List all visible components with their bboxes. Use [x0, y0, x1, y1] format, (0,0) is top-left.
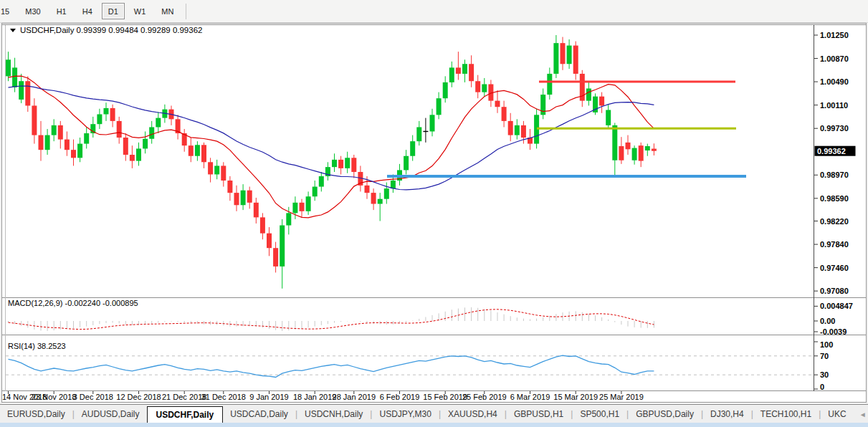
date-tick-label: 21 Dec 2018 — [162, 393, 206, 401]
rsi-label: RSI(14) 38.2523 — [8, 342, 66, 350]
price-tick-label: 0.99730 — [820, 124, 849, 133]
tab-usdchf-daily[interactable]: USDCHF,Daily — [147, 406, 224, 424]
macd-scale-label: -0.0039 — [820, 327, 846, 336]
rsi-scale-label: 0 — [820, 383, 824, 391]
date-tick-label: 6 Mar 2019 — [510, 393, 550, 401]
date-tick-label: 9 Jan 2019 — [249, 393, 288, 401]
tab-audusd-daily[interactable]: AUDUSD,Daily — [75, 407, 147, 421]
tab-sp500-h1[interactable]: SP500,H1 — [573, 407, 626, 421]
current-price-text: 0.99362 — [817, 147, 846, 155]
date-tick-label: 6 Feb 2019 — [380, 393, 420, 401]
date-tick-label: 15 Feb 2019 — [423, 393, 467, 401]
tab-dj30-h4[interactable]: DJ30,H4 — [703, 407, 751, 421]
tab-usdcnh-daily[interactable]: USDCNH,Daily — [297, 407, 370, 421]
price-tick-label: 0.97840 — [820, 240, 849, 249]
tab-ukc[interactable]: UKC — [821, 407, 853, 421]
macd-label: MACD(12,26,9) -0.002240 -0.000895 — [8, 299, 138, 307]
timeframe-button-W1[interactable]: W1 — [128, 3, 153, 19]
timeframe-button-H1[interactable]: H1 — [50, 3, 73, 19]
tab-eurusd-daily[interactable]: EURUSD,Daily — [0, 407, 72, 421]
price-tick-label: 0.98970 — [820, 171, 849, 179]
timeframe-button-MN[interactable]: MN — [155, 3, 180, 19]
toolbar-separator — [186, 4, 186, 19]
tab-scroll-left-icon[interactable]: ◄ — [859, 411, 867, 418]
tab-gbpusd-h1[interactable]: GBPUSD,H1 — [507, 407, 571, 421]
date-axis[interactable]: 14 Nov 201823 Nov 20183 Dec 201812 Dec 2… — [2, 391, 644, 401]
timeframe-button-H4[interactable]: H4 — [76, 3, 99, 19]
rsi-scale-label: 70 — [820, 352, 829, 360]
date-tick-label: 25 Feb 2019 — [462, 393, 507, 401]
price-tick-label: 0.97080 — [820, 287, 849, 295]
chart-background — [2, 24, 866, 402]
rsi-scale-label: 30 — [820, 370, 829, 379]
price-tick-label: 1.01250 — [820, 31, 849, 39]
date-tick-label: 28 Jan 2019 — [333, 393, 376, 401]
tab-tech100-h1[interactable]: TECH100,H1 — [753, 407, 819, 421]
timeframe-button-15[interactable]: 15 — [0, 3, 16, 19]
date-tick-label: 12 Dec 2018 — [116, 393, 161, 401]
price-tick-label: 1.00490 — [820, 77, 849, 86]
macd-scale-label: 0.004847 — [820, 302, 853, 310]
chart-tabbar: EURUSD,Daily|AUDUSD,DailyUSDCHF,DailyUSD… — [0, 404, 868, 423]
rsi-scale-label: 100 — [820, 340, 833, 349]
tab-gbpusd-daily[interactable]: GBPUSD,Daily — [629, 407, 701, 421]
timeframe-button-M30[interactable]: M30 — [19, 3, 47, 19]
price-tick-label: 1.00870 — [820, 54, 849, 63]
macd-scale-label: 0.00 — [820, 317, 835, 325]
date-tick-label: 18 Jan 2019 — [293, 393, 337, 401]
tab-usdcad-daily[interactable]: USDCAD,Daily — [223, 407, 295, 421]
tab-usdjpy-m30[interactable]: USDJPY,M30 — [372, 407, 438, 421]
price-tick-label: 1.00110 — [820, 101, 848, 110]
date-tick-label: 31 Dec 2018 — [201, 393, 246, 401]
date-tick-label: 15 Mar 2019 — [553, 393, 598, 401]
symbol-ohlc-header: USDCHF,Daily 0.99399 0.99484 0.99289 0.9… — [20, 26, 202, 34]
chart-canvas[interactable]: 1.012501.008701.004901.001100.997300.989… — [0, 22, 868, 404]
timeframe-button-D1[interactable]: D1 — [102, 3, 125, 19]
tab-xauusd-h4[interactable]: XAUUSD,H4 — [441, 407, 505, 421]
price-tick-label: 0.98220 — [820, 217, 849, 226]
date-tick-label: 23 Nov 2018 — [32, 393, 76, 401]
price-tick-label: 0.97460 — [820, 264, 849, 272]
date-tick-label: 3 Dec 2018 — [73, 393, 113, 401]
price-tick-label: 0.98590 — [820, 194, 849, 203]
mt4-window: 15M30H1H4D1W1MN 1.012501.008701.004901.0… — [0, 0, 868, 427]
statusbar-edge — [0, 423, 868, 427]
date-tick-label: 25 Mar 2019 — [599, 393, 644, 401]
timeframe-toolbar: 15M30H1H4D1W1MN — [0, 0, 868, 23]
